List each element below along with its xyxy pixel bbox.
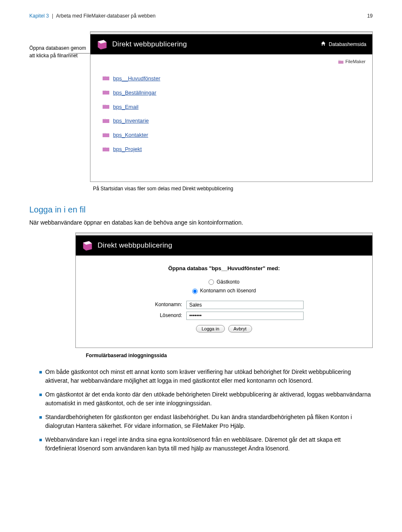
body-bullet-list: Om både gästkontot och minst ett annat k… — [32, 368, 373, 453]
password-label: Lösenord: — [144, 312, 182, 319]
brand-title: Direkt webbpublicering — [98, 240, 173, 251]
figure-login: Direkt webbpublicering Öppna databas "bp… — [75, 233, 373, 348]
section-heading: Logga in i en fil — [29, 204, 373, 216]
login-title: Öppna databas "bps__Huvudfönster" med: — [91, 265, 357, 273]
folder-icon — [338, 59, 345, 66]
figure-annotation: Öppna databasen genom att klicka på filn… — [29, 31, 90, 59]
home-icon — [320, 41, 326, 49]
browser-window: Direkt webbpublicering Öppna databas "bp… — [75, 233, 373, 348]
folder-icon — [102, 102, 110, 112]
login-button[interactable]: Logga in — [196, 325, 224, 332]
list-item: Standardbehörigheten för gästkonton ger … — [39, 413, 373, 430]
radio-account-label: Kontonamn och lösenord — [200, 287, 256, 294]
radio-guest[interactable] — [209, 279, 214, 285]
server-brand-label: FileMaker — [345, 59, 366, 66]
db-name: bps_Beställningar — [113, 89, 156, 97]
db-name: bps_Projekt — [113, 146, 142, 153]
password-input[interactable] — [186, 312, 304, 320]
db-link[interactable]: bps_Kontakter — [102, 128, 361, 143]
header-separator: | — [50, 13, 55, 19]
server-brand-row: FileMaker — [90, 54, 372, 68]
list-item: Webbanvändare kan i regel inte ändra sin… — [39, 435, 373, 453]
db-link[interactable]: bps_Email — [102, 100, 361, 114]
list-item: Om både gästkontot och minst ett annat k… — [39, 368, 373, 385]
db-link[interactable]: bps_Beställningar — [102, 86, 361, 100]
app-header: Direkt webbpublicering Databashemsida — [90, 34, 372, 54]
section-intro: När webbanvändare öppnar en databas kan … — [29, 218, 373, 227]
radio-guest-label: Gästkonto — [216, 279, 240, 286]
home-link-label: Databashemsida — [329, 41, 366, 48]
app-header: Direkt webbpublicering — [76, 235, 372, 256]
annotation-leader-line — [68, 53, 93, 54]
db-link[interactable]: bps_Projekt — [102, 143, 361, 157]
app-brand: Direkt webbpublicering — [82, 240, 173, 251]
database-home-link[interactable]: Databashemsida — [320, 41, 366, 49]
running-header: Kapitel 3 | Arbeta med FileMaker-databas… — [29, 13, 373, 20]
db-name: bps_Kontakter — [113, 131, 148, 139]
db-name: bps_Inventarie — [113, 117, 149, 125]
filemaker-logo-icon — [82, 240, 93, 251]
database-list: bps__Huvudfönster bps_Beställningar bps_… — [90, 68, 372, 182]
radio-account[interactable] — [192, 289, 198, 294]
filemaker-logo-icon — [96, 38, 108, 50]
chapter-title: Arbeta med FileMaker-databaser på webben — [56, 13, 155, 19]
db-name: bps__Huvudfönster — [113, 75, 160, 83]
figure-start-page: Öppna databasen genom att klicka på filn… — [29, 31, 373, 182]
folder-icon — [102, 74, 110, 83]
figure-caption-2: Formulärbaserad inloggningssida — [86, 352, 373, 359]
folder-icon — [102, 117, 110, 126]
annotation-text: Öppna databasen genom att klicka på filn… — [29, 45, 86, 58]
page-number: 19 — [367, 13, 373, 20]
folder-icon — [102, 131, 110, 140]
brand-title: Direkt webbpublicering — [112, 39, 187, 50]
cancel-button[interactable]: Avbryt — [228, 325, 252, 332]
chapter-label: Kapitel 3 — [29, 13, 49, 19]
db-link[interactable]: bps__Huvudfönster — [102, 72, 361, 86]
app-brand: Direkt webbpublicering — [96, 38, 187, 50]
db-link[interactable]: bps_Inventarie — [102, 114, 361, 128]
figure-caption-1: På Startsidan visas filer som delas med … — [93, 185, 373, 192]
login-mode-group: Gästkonto Kontonamn och lösenord — [91, 279, 357, 295]
folder-icon — [102, 145, 110, 154]
list-item: Om gästkontot är det enda konto där den … — [39, 390, 373, 408]
username-input[interactable] — [186, 301, 304, 309]
db-name: bps_Email — [113, 103, 139, 111]
login-form: Öppna databas "bps__Huvudfönster" med: G… — [76, 256, 372, 348]
folder-icon — [102, 88, 110, 97]
browser-window: Direkt webbpublicering Databashemsida Fi… — [90, 31, 373, 182]
username-label: Kontonamn: — [144, 301, 182, 308]
